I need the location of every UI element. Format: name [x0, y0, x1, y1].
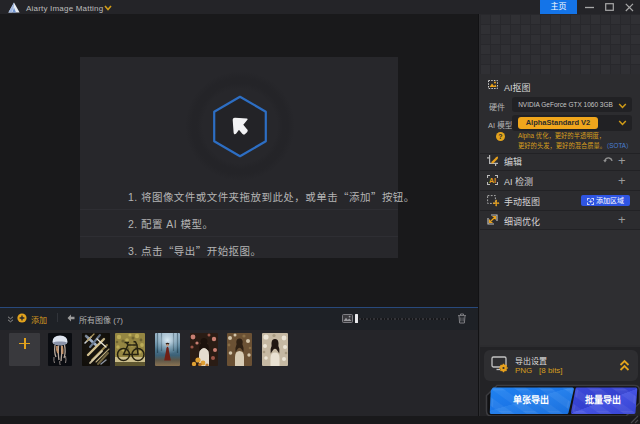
svg-text:Al: Al [489, 177, 496, 184]
